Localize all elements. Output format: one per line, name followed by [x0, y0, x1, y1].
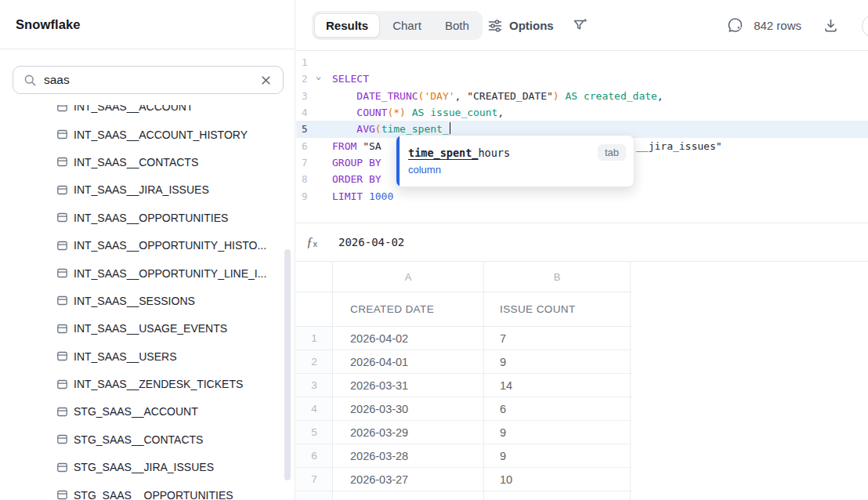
sidebar-item-int_saas__account[interactable]: INT_SAAS__ACCOUNT: [0, 105, 284, 121]
sidebar-item-int_saas__account_history[interactable]: INT_SAAS__ACCOUNT_HISTORY: [0, 121, 284, 148]
suggestion-kind: column: [408, 164, 441, 176]
autocomplete-popup: time_spent_hours tab column: [396, 135, 635, 187]
row-number: 3: [296, 374, 333, 397]
sidebar-item-int_saas__contacts[interactable]: INT_SAAS__CONTACTS: [0, 148, 284, 176]
column-header-created-date[interactable]: CREATED DATE: [333, 292, 484, 326]
sidebar-item-stg_saas__jira_issues[interactable]: STG_SAAS__JIRA_ISSUES: [0, 454, 284, 481]
fold-chevron-icon[interactable]: ⌄: [316, 68, 321, 85]
sidebar-item-int_saas__opportunity_line_i...[interactable]: INT_SAAS__OPPORTUNITY_LINE_I...: [0, 259, 284, 287]
table-row[interactable]: 32026-03-3114: [296, 374, 631, 397]
partial-row: [296, 491, 631, 500]
results-table: A B CREATED DATE ISSUE COUNT 12026-04-02…: [296, 262, 868, 500]
row-number: 6: [296, 444, 333, 467]
toolbar-right-group: 842 rows: [726, 0, 868, 51]
table-icon: [56, 267, 68, 279]
cell-issue-count[interactable]: 10: [484, 468, 631, 491]
row-number: 1: [296, 327, 333, 350]
table-icon: [56, 489, 68, 500]
ai-filter-icon[interactable]: [572, 16, 589, 34]
line-number: 1: [302, 54, 308, 71]
code-line-1[interactable]: 1: [296, 54, 868, 71]
cell-issue-count[interactable]: 7: [484, 327, 631, 350]
ai-chat-icon[interactable]: [726, 16, 744, 34]
sidebar-scrollbar[interactable]: [284, 249, 291, 480]
cell-created-date[interactable]: 2026-04-01: [333, 350, 484, 373]
code-line-9[interactable]: 9LIMIT 1000: [296, 188, 868, 205]
column-letter-b[interactable]: B: [484, 262, 631, 292]
tab-both[interactable]: Both: [434, 13, 480, 38]
result-rows: 12026-04-02722026-04-01932026-03-3114420…: [296, 327, 631, 491]
search-box[interactable]: [13, 66, 284, 94]
sidebar-item-int_saas__opportunity_histo...[interactable]: INT_SAAS__OPPORTUNITY_HISTO...: [0, 231, 284, 259]
cell-created-date[interactable]: 2026-03-30: [333, 397, 484, 420]
table-row[interactable]: 62026-03-289: [296, 444, 631, 468]
table-icon: [56, 323, 68, 335]
sidebar-item-int_saas__usage_events[interactable]: INT_SAAS__USAGE_EVENTS: [0, 315, 284, 342]
cell-issue-count[interactable]: 6: [484, 397, 631, 420]
table-name: STG_SAAS__JIRA_ISSUES: [74, 461, 214, 473]
table-name: STG_SAAS__ACCOUNT: [74, 405, 198, 418]
tab-results[interactable]: Results: [314, 13, 380, 38]
options-button[interactable]: Options: [487, 11, 554, 40]
table-name: INT_SAAS__USAGE_EVENTS: [74, 322, 227, 335]
code-line-2[interactable]: 2⌄SELECT: [296, 71, 868, 87]
suggestion-name: time_spent_hours: [408, 147, 510, 159]
download-icon[interactable]: [823, 17, 839, 34]
app-window: Snowflake INT_SAAS__ACCOUNTINT_SAAS__ACC…: [0, 0, 868, 500]
table-row[interactable]: 12026-04-027: [296, 327, 631, 350]
cell-issue-count[interactable]: 14: [484, 374, 631, 397]
code-line-3[interactable]: 3 DATE_TRUNC('DAY', "CREATED_DATE") AS c…: [296, 88, 868, 104]
table-row[interactable]: 72026-03-2710: [296, 468, 631, 491]
sidebar-item-int_saas__users[interactable]: INT_SAAS__USERS: [0, 342, 284, 370]
cell-created-date[interactable]: 2026-03-31: [333, 374, 484, 397]
cell-created-date[interactable]: 2026-03-28: [333, 444, 484, 467]
sidebar-item-int_saas__jira_issues[interactable]: INT_SAAS__JIRA_ISSUES: [0, 176, 284, 204]
tab-chart[interactable]: Chart: [382, 13, 432, 38]
sidebar-item-int_saas__zendesk_tickets[interactable]: INT_SAAS__ZENDESK_TICKETS: [0, 370, 284, 397]
sidebar-item-int_saas__sessions[interactable]: INT_SAAS__SESSIONS: [0, 287, 284, 314]
line-number: 2: [302, 71, 308, 87]
table-row[interactable]: 42026-03-306: [296, 397, 631, 421]
row-count: 842 rows: [754, 19, 801, 32]
results-toolbar: ResultsChartBoth Options 842 rows: [296, 0, 868, 51]
column-header-row: CREATED DATE ISSUE COUNT: [296, 292, 631, 327]
line-number: 7: [302, 154, 308, 171]
cell-issue-count[interactable]: 9: [484, 350, 631, 373]
table-icon: [56, 350, 68, 362]
code-text: COUNT(*) AS issue_count,: [332, 104, 504, 121]
sliders-icon: [487, 18, 503, 34]
formula-value: 2026-04-02: [338, 236, 404, 248]
connection-title: Snowflake: [16, 17, 81, 32]
corner-cell[interactable]: [296, 262, 333, 292]
search-input[interactable]: [44, 73, 259, 87]
code-text: FROM "SA: [332, 138, 382, 154]
code-text: DATE_TRUNC('DAY', "CREATED_DATE") AS cre…: [332, 88, 664, 104]
column-letter-a[interactable]: A: [333, 262, 484, 292]
line-number: 3: [302, 88, 308, 104]
code-line-4[interactable]: 4 COUNT(*) AS issue_count,: [296, 104, 868, 121]
column-letter-row: A B: [296, 262, 631, 292]
cell-created-date[interactable]: 2026-04-02: [333, 327, 484, 350]
cell-created-date[interactable]: 2026-03-27: [333, 468, 484, 491]
table-name: INT_SAAS__OPPORTUNITIES: [74, 212, 228, 224]
table-name: INT_SAAS__SESSIONS: [74, 295, 195, 307]
table-row[interactable]: 22026-04-019: [296, 350, 631, 374]
clear-search-icon[interactable]: [259, 73, 273, 88]
sidebar-item-stg_saas__contacts[interactable]: STG_SAAS__CONTACTS: [0, 426, 284, 453]
table-icon: [56, 379, 68, 390]
table-row[interactable]: 52026-03-299: [296, 421, 631, 444]
autocomplete-selection-bar: [396, 136, 400, 187]
sidebar-item-int_saas__opportunities[interactable]: INT_SAAS__OPPORTUNITIES: [0, 204, 284, 231]
cell-created-date[interactable]: 2026-03-29: [333, 421, 484, 444]
row-number: 2: [296, 350, 333, 373]
cell-issue-count[interactable]: 9: [484, 444, 631, 467]
column-header-issue-count[interactable]: ISSUE COUNT: [484, 292, 631, 326]
sidebar-item-stg_saas__opportunities[interactable]: STG_SAAS__OPPORTUNITIES: [0, 481, 284, 500]
formula-bar[interactable]: ƒx 2026-04-02: [296, 223, 868, 262]
autocomplete-suggestion[interactable]: time_spent_hours tab: [408, 144, 626, 161]
table-name: INT_SAAS__ZENDESK_TICKETS: [74, 378, 243, 390]
table-name: INT_SAAS__JIRA_ISSUES: [74, 183, 209, 196]
table-name: INT_SAAS__ACCOUNT: [74, 105, 193, 113]
sidebar-item-stg_saas__account[interactable]: STG_SAAS__ACCOUNT: [0, 398, 284, 426]
cell-issue-count[interactable]: 9: [484, 421, 631, 444]
